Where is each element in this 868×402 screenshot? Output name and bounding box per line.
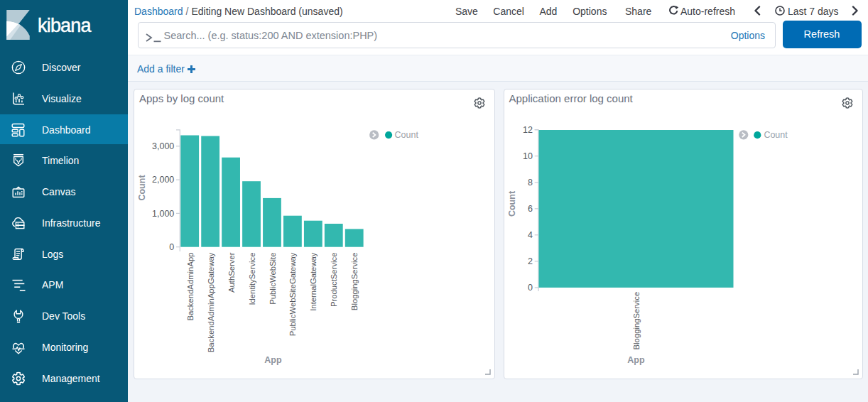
- svg-text:12: 12: [523, 124, 533, 134]
- svg-text:BackendAdminApp: BackendAdminApp: [186, 252, 195, 320]
- svg-text:App: App: [264, 354, 282, 364]
- svg-text:PublicWebSite: PublicWebSite: [268, 252, 277, 304]
- svg-text:6: 6: [528, 204, 533, 214]
- svg-text:2: 2: [528, 256, 533, 266]
- svg-text:0: 0: [169, 241, 174, 251]
- svg-text:4: 4: [528, 230, 533, 240]
- svg-text:1,000: 1,000: [152, 208, 174, 218]
- svg-text:App: App: [627, 354, 645, 364]
- svg-text:8: 8: [528, 178, 533, 188]
- svg-text:ProductService: ProductService: [330, 252, 338, 307]
- svg-text:InternalGateway: InternalGateway: [309, 252, 318, 311]
- svg-text:PublicWebSiteGateway: PublicWebSiteGateway: [288, 252, 297, 336]
- svg-text:Count: Count: [137, 174, 147, 200]
- svg-text:BackendAdminAppGateway: BackendAdminAppGateway: [207, 252, 215, 352]
- svg-text:Count: Count: [395, 130, 419, 140]
- svg-text:BloggingService: BloggingService: [632, 291, 641, 349]
- svg-text:3,000: 3,000: [152, 141, 174, 151]
- svg-text:0: 0: [528, 283, 533, 293]
- svg-text:IdentityService: IdentityService: [248, 252, 256, 305]
- svg-text:2,000: 2,000: [152, 175, 174, 185]
- svg-text:Count: Count: [764, 130, 788, 140]
- svg-text:BloggingService: BloggingService: [350, 252, 359, 310]
- svg-text:10: 10: [523, 151, 533, 161]
- svg-text:AuthServer: AuthServer: [227, 252, 236, 293]
- svg-text:Count: Count: [506, 190, 516, 217]
